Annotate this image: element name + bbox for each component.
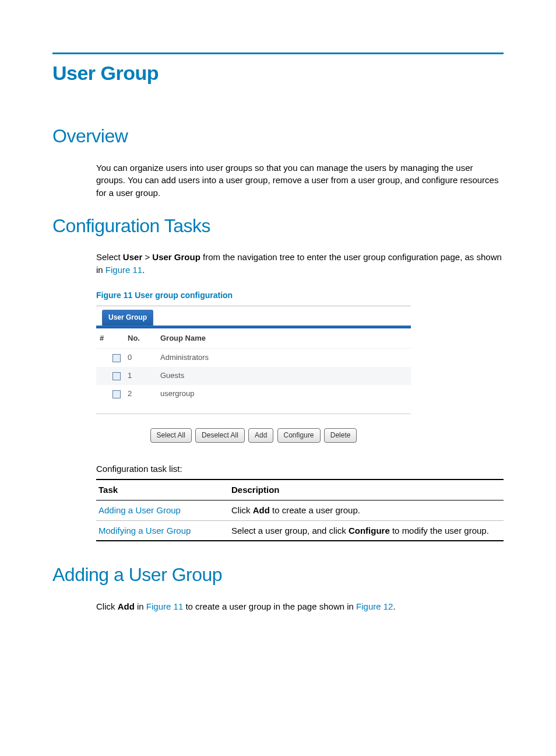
- table-row: 2 usergroup: [96, 385, 411, 403]
- page-title: User Group: [52, 59, 504, 88]
- adding-bold: Add: [118, 601, 135, 611]
- row-name: Guests: [157, 367, 411, 385]
- col-no: No.: [124, 328, 157, 349]
- task-row: Modifying a User Group Select a user gro…: [96, 520, 504, 541]
- overview-heading: Overview: [52, 123, 504, 149]
- task-desc-bold: Configure: [349, 526, 390, 536]
- overview-text: You can organize users into user groups …: [96, 162, 504, 200]
- row-no: 0: [124, 349, 157, 367]
- row-name: usergroup: [157, 385, 411, 403]
- task-header-task: Task: [96, 480, 229, 500]
- task-link-modifying[interactable]: Modifying a User Group: [98, 526, 191, 536]
- config-intro-figlink[interactable]: Figure 11: [105, 265, 142, 275]
- col-name: Group Name: [157, 328, 411, 349]
- task-header-row: Task Description: [96, 480, 504, 500]
- row-no: 2: [124, 385, 157, 403]
- config-intro-user: User: [123, 252, 142, 262]
- task-desc-bold: Add: [253, 505, 270, 515]
- task-header-desc: Description: [229, 480, 504, 500]
- adding-fig12-link[interactable]: Figure 12: [356, 601, 393, 611]
- task-desc-post: to create a user group.: [270, 505, 360, 515]
- task-list-label: Configuration task list:: [96, 463, 504, 475]
- config-intro: Select User > User Group from the naviga…: [96, 251, 504, 276]
- top-rule: [52, 52, 504, 54]
- config-intro-usergroup: User Group: [152, 252, 200, 262]
- adding-text: Click Add in Figure 11 to create a user …: [96, 600, 504, 613]
- task-table: Task Description Adding a User Group Cli…: [96, 479, 504, 541]
- checkbox-icon[interactable]: [112, 354, 121, 362]
- configure-button[interactable]: Configure: [277, 428, 321, 443]
- task-desc-pre: Select a user group, and click: [231, 526, 349, 536]
- figure-table: # No. Group Name 0 Administrators 1 Gues…: [96, 328, 411, 403]
- task-row: Adding a User Group Click Add to create …: [96, 500, 504, 520]
- config-intro-end: .: [142, 265, 145, 275]
- task-link-adding[interactable]: Adding a User Group: [98, 505, 181, 515]
- task-desc-pre: Click: [231, 505, 253, 515]
- table-row: 1 Guests: [96, 367, 411, 385]
- table-row: 0 Administrators: [96, 349, 411, 367]
- row-name: Administrators: [157, 349, 411, 367]
- adding-heading: Adding a User Group: [52, 561, 504, 588]
- figure-buttons: Select All Deselect All Add Configure De…: [96, 414, 411, 446]
- figure-caption: Figure 11 User group configuration: [96, 289, 504, 301]
- adding-mid2: to create a user group in the page shown…: [183, 601, 356, 611]
- adding-mid1: in: [135, 601, 146, 611]
- select-all-button[interactable]: Select All: [150, 428, 192, 443]
- config-intro-pre: Select: [96, 252, 123, 262]
- config-intro-gt: >: [142, 252, 152, 262]
- add-button[interactable]: Add: [248, 428, 273, 443]
- row-no: 1: [124, 367, 157, 385]
- config-heading: Configuration Tasks: [52, 212, 504, 239]
- figure-tab[interactable]: User Group: [102, 310, 153, 325]
- task-desc: Click Add to create a user group.: [229, 500, 504, 520]
- task-desc-post: to modify the user group.: [390, 526, 489, 536]
- task-desc: Select a user group, and click Configure…: [229, 520, 504, 541]
- checkbox-icon[interactable]: [112, 372, 121, 380]
- adding-end: .: [393, 601, 395, 611]
- adding-fig11-link[interactable]: Figure 11: [146, 601, 183, 611]
- adding-pre: Click: [96, 601, 118, 611]
- col-hash: #: [96, 328, 124, 349]
- delete-button[interactable]: Delete: [324, 428, 357, 443]
- figure-11: User Group # No. Group Name 0 Administra…: [96, 306, 411, 446]
- figure-header-row: # No. Group Name: [96, 328, 411, 349]
- deselect-all-button[interactable]: Deselect All: [195, 428, 245, 443]
- checkbox-icon[interactable]: [112, 390, 121, 398]
